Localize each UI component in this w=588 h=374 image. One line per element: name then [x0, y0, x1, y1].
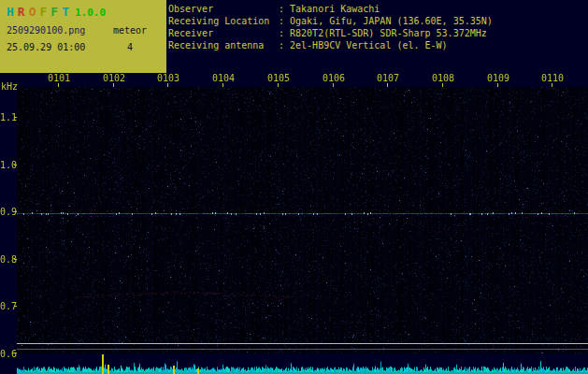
echo-count-label: 4: [127, 42, 133, 52]
freq-tick: [14, 259, 17, 260]
time-tick: [552, 83, 552, 87]
info-value: R820T2(RTL-SDR) SDR-Sharp 53.372MHz: [290, 28, 487, 38]
freq-tick: [14, 165, 17, 165]
info-label: Receiving Location: [168, 16, 279, 26]
time-tick-label: 0110: [540, 73, 565, 83]
observer-info: Observer:Takanori Kawachi Receiving Loca…: [168, 4, 493, 52]
title-letter: F: [50, 5, 62, 19]
datetime-label: 25.09.29 01:00: [7, 42, 85, 52]
header-panel: HROFFT1.0.0 2509290100.png meteor 25.09.…: [0, 0, 166, 73]
time-tick-label: 0109: [486, 73, 510, 83]
info-label: Observer: [168, 4, 279, 14]
info-value: Ogaki, Gifu, JAPAN (136.60E, 35.35N): [290, 16, 493, 26]
info-row: Receiver:R820T2(RTL-SDR) SDR-Sharp 53.37…: [168, 28, 493, 40]
freq-tick-label: 0.9: [0, 207, 14, 217]
title-letter: R: [18, 5, 29, 19]
title-letter: H: [7, 5, 18, 19]
time-tick-label: 0103: [156, 73, 180, 83]
info-value: Takanori Kawachi: [290, 4, 380, 14]
title-letter: O: [29, 5, 40, 19]
app-title: HROFFT1.0.0: [7, 5, 106, 19]
info-row: Receiving antenna:2el-HB9CV Vertical (el…: [168, 40, 493, 52]
freq-tick: [14, 117, 17, 118]
time-tick: [387, 83, 388, 87]
info-label: Receiver: [168, 28, 279, 38]
signal-level-strip: [17, 352, 588, 374]
freq-tick-label: 0.6: [0, 349, 14, 359]
time-tick: [58, 83, 59, 87]
info-label: Receiving antenna: [168, 40, 279, 50]
time-tick-label: 0101: [47, 73, 71, 83]
info-separator: :: [279, 4, 284, 14]
freq-tick-label: 0.7: [0, 301, 14, 311]
time-tick-label: 0106: [322, 73, 346, 83]
info-separator: :: [279, 40, 284, 50]
version-label: 1.0.0: [75, 7, 106, 19]
time-tick: [113, 83, 114, 87]
freq-tick-label: 1.1: [0, 112, 14, 122]
time-tick-label: 0104: [211, 73, 236, 83]
time-tick: [442, 83, 443, 87]
time-tick: [497, 83, 498, 87]
info-row: Receiving Location:Ogaki, Gifu, JAPAN (1…: [168, 16, 493, 28]
title-letter: F: [39, 5, 50, 19]
time-tick: [278, 83, 279, 87]
time-tick-label: 0107: [376, 73, 400, 83]
time-tick: [167, 83, 168, 87]
freq-tick: [14, 211, 17, 212]
info-row: Observer:Takanori Kawachi: [168, 4, 493, 16]
time-tick-label: 0102: [102, 73, 126, 83]
freq-tick: [14, 306, 17, 307]
freq-tick-label: 0.8: [0, 254, 14, 265]
mode-label: meteor: [113, 25, 147, 36]
time-tick: [333, 83, 334, 87]
freq-tick: [14, 352, 17, 353]
info-value: 2el-HB9CV Vertical (el. E-W): [290, 40, 448, 50]
title-letter: T: [62, 5, 73, 19]
info-separator: :: [279, 28, 284, 38]
spectrogram-canvas: [17, 87, 588, 353]
time-tick-label: 0108: [431, 73, 455, 83]
info-separator: :: [279, 16, 284, 26]
time-tick: [222, 83, 223, 87]
filename-label: 2509290100.png: [7, 25, 85, 36]
hrofft-screen: HROFFT1.0.0 2509290100.png meteor 25.09.…: [0, 0, 588, 374]
time-tick-label: 0105: [266, 73, 291, 83]
freq-tick-label: 1.0: [0, 160, 14, 170]
y-axis-unit: kHz: [1, 81, 18, 92]
